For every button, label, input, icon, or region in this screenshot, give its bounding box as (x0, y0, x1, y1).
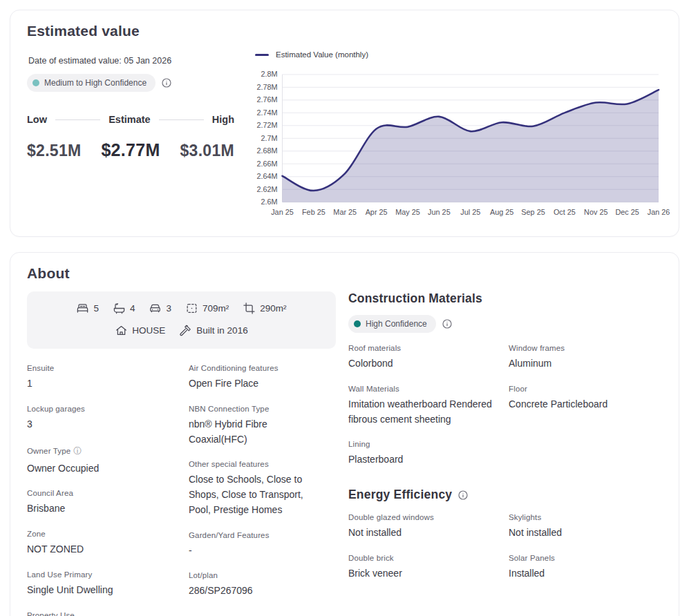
detail-field: Lining Plasterboard (348, 440, 502, 468)
beds-value: 5 (93, 303, 99, 314)
detail-field: Land Use Primary Single Unit Dwelling (27, 570, 189, 598)
detail-label: Floor (509, 385, 652, 393)
land-size-value: 709m² (202, 303, 229, 314)
detail-field: Solar Panels Installed (509, 554, 662, 581)
detail-field: Air Conditioning features Open Fire Plac… (189, 364, 336, 392)
svg-text:2.66M: 2.66M (256, 160, 277, 168)
detail-value: 286/SP267096 (189, 584, 326, 599)
legend-line-icon (255, 54, 269, 56)
car-icon (149, 302, 162, 315)
about-right: Construction Materials High Confidence R… (348, 291, 662, 616)
feature-baths: 4 (113, 302, 135, 315)
energy-efficiency-info-icon[interactable] (457, 490, 469, 501)
confidence-badge-label: Medium to High Confidence (44, 78, 147, 88)
svg-text:May 25: May 25 (395, 208, 420, 216)
bed-icon (76, 302, 89, 315)
detail-field: Council Area Brisbane (27, 489, 189, 517)
construction-info-icon[interactable] (442, 318, 453, 329)
construction-materials-grid: Roof materials Colorbond Window frames A… (348, 344, 662, 481)
construction-materials-title: Construction Materials (348, 291, 662, 306)
bath-icon (113, 302, 126, 315)
feature-beds: 5 (76, 302, 99, 315)
detail-value: NOT ZONED (27, 542, 179, 557)
detail-field: Roof materials Colorbond (348, 344, 502, 372)
detail-value: Colorbond (348, 356, 492, 372)
detail-label: Ensuite (27, 364, 179, 372)
estimate-range-labels: Low Estimate High (27, 114, 234, 125)
feature-built: Built in 2016 (179, 324, 247, 337)
energy-efficiency-section: Energy Efficiency Double glazed windows … (348, 488, 662, 594)
estimate-date-text: Date of estimated value: 05 Jan 2026 (27, 56, 234, 66)
svg-text:2.68M: 2.68M (256, 146, 277, 155)
svg-text:Jan 26: Jan 26 (648, 208, 670, 216)
about-details-left-column: Ensuite 1 Lockup garages 3 Owner Typeⓘ O… (27, 364, 189, 616)
floor-area-icon (243, 302, 256, 315)
detail-label: Window frames (509, 344, 652, 352)
estimated-value-card: Estimated value Date of estimated value:… (10, 10, 679, 237)
feature-strip: 5 4 3 (27, 291, 336, 349)
range-divider (159, 119, 204, 120)
cars-value: 3 (166, 303, 171, 314)
detail-value: 3 (27, 417, 179, 432)
svg-text:Jul 25: Jul 25 (460, 208, 480, 216)
svg-text:2.74M: 2.74M (256, 108, 277, 117)
high-value: $3.01M (180, 142, 234, 160)
detail-field: Lockup garages 3 (27, 405, 189, 432)
detail-label: Lining (348, 440, 492, 448)
detail-label: Lot/plan (189, 571, 326, 579)
detail-label: Zone (27, 530, 179, 538)
detail-value: Brisbane (27, 501, 179, 517)
svg-text:Aug 25: Aug 25 (490, 208, 513, 216)
chart-legend: Estimated Value (monthly) (255, 50, 662, 59)
detail-field: Skylights Not installed (509, 513, 662, 541)
detail-label: Double brick (348, 554, 492, 562)
detail-value: Installed (509, 566, 652, 581)
floor-area-value: 290m² (260, 303, 286, 314)
detail-value: Concrete Particleboard (509, 397, 652, 412)
about-details: Ensuite 1 Lockup garages 3 Owner Typeⓘ O… (27, 364, 336, 616)
range-divider (55, 119, 100, 120)
energy-efficiency-grid: Double glazed windows Not installed Skyl… (348, 513, 662, 594)
detail-label: Council Area (27, 489, 179, 497)
confidence-dot-icon (354, 320, 361, 327)
owner-type-info-icon[interactable]: ⓘ (73, 445, 82, 457)
detail-value: Aluminum (509, 356, 652, 372)
svg-text:2.64M: 2.64M (256, 172, 277, 180)
detail-label: Other special features (189, 460, 326, 468)
feature-floor-area: 290m² (243, 302, 286, 315)
land-size-icon (185, 302, 198, 315)
detail-value: 1 (27, 376, 179, 392)
detail-field: Other special features Close to Schools,… (189, 460, 336, 517)
svg-text:Jan 25: Jan 25 (271, 208, 294, 216)
built-value: Built in 2016 (196, 325, 247, 336)
low-label: Low (27, 114, 47, 125)
feature-row-2: HOUSE Built in 2016 (35, 324, 328, 337)
hammer-icon (179, 324, 192, 337)
svg-text:Feb 25: Feb 25 (302, 208, 325, 216)
detail-value: nbn® Hybrid Fibre Coaxial(HFC) (189, 417, 326, 447)
estimate-range-values: $2.51M $2.77M $3.01M (27, 140, 234, 160)
detail-label: Roof materials (348, 344, 492, 352)
confidence-info-icon[interactable] (161, 77, 172, 88)
low-value: $2.51M (27, 142, 82, 160)
detail-field: Double brick Brick veneer (348, 554, 502, 581)
detail-field: Garden/Yard Features - (189, 531, 336, 559)
detail-label: Skylights (509, 513, 652, 521)
baths-value: 4 (130, 303, 135, 314)
detail-field: Floor Concrete Particleboard (509, 385, 662, 427)
estimated-value-content: Date of estimated value: 05 Jan 2026 Med… (27, 44, 662, 221)
feature-cars: 3 (149, 302, 171, 315)
detail-value: Not installed (509, 526, 652, 541)
detail-value: Plasterboard (348, 452, 492, 468)
high-confidence-badge: High Confidence (348, 315, 436, 333)
detail-value: Brick veneer (348, 566, 492, 581)
energy-efficiency-title: Energy Efficiency (348, 488, 662, 502)
svg-text:Nov 25: Nov 25 (584, 208, 607, 216)
detail-value: Single Unit Dwelling (27, 583, 179, 598)
detail-field: Wall Materials Imitation weatherboard Re… (348, 385, 502, 427)
high-label: High (212, 114, 234, 125)
detail-label: Air Conditioning features (189, 364, 326, 372)
detail-label: Lockup garages (27, 405, 179, 413)
about-left: 5 4 3 (27, 291, 336, 616)
svg-text:2.62M: 2.62M (256, 185, 277, 193)
